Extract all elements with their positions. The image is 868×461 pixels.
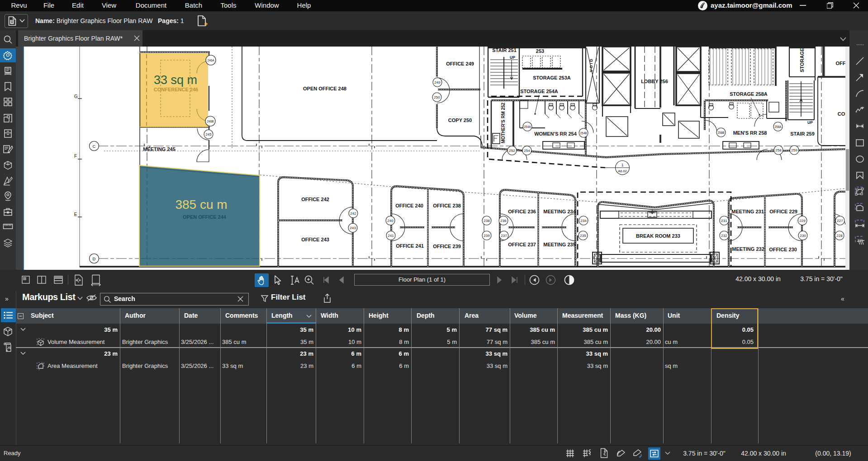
svg-text:252: 252 bbox=[509, 149, 515, 153]
svg-text:237: 237 bbox=[501, 234, 507, 238]
svg-text:OFFICE 238: OFFICE 238 bbox=[433, 203, 461, 208]
svg-text:STORAGE 253A: STORAGE 253A bbox=[533, 75, 571, 80]
svg-text:OFFICE 249: OFFICE 249 bbox=[446, 61, 474, 66]
svg-text:258A: 258A bbox=[774, 125, 782, 128]
svg-text:232: 232 bbox=[721, 234, 727, 238]
svg-text:33 sq m: 33 sq m bbox=[154, 73, 197, 87]
svg-text:V O I D: V O I D bbox=[589, 59, 593, 72]
svg-text:245: 245 bbox=[205, 132, 212, 136]
svg-text:D: D bbox=[9, 329, 11, 331]
svg-text:238: 238 bbox=[484, 219, 490, 223]
svg-text:A6.02: A6.02 bbox=[618, 169, 627, 173]
svg-text:OFFICE 229: OFFICE 229 bbox=[769, 209, 797, 214]
svg-text:MEETING 232: MEETING 232 bbox=[732, 246, 764, 252]
svg-text:OFFICE 230: OFFICE 230 bbox=[769, 247, 797, 252]
svg-text:OFFI: OFFI bbox=[835, 61, 845, 66]
svg-text:OFFICE 242: OFFICE 242 bbox=[301, 197, 329, 202]
svg-text:OFFICE 236: OFFICE 236 bbox=[508, 209, 536, 214]
svg-text:F: F bbox=[74, 154, 77, 159]
svg-text:OPEN OFFICE 248: OPEN OFFICE 248 bbox=[303, 86, 346, 91]
svg-text:C: C bbox=[93, 144, 96, 149]
svg-text:227: 227 bbox=[837, 219, 843, 223]
svg-text:UP: UP bbox=[807, 120, 813, 125]
svg-text:254: 254 bbox=[524, 149, 530, 153]
svg-text:STAIR 251: STAIR 251 bbox=[492, 47, 517, 53]
svg-text:243: 243 bbox=[350, 226, 356, 230]
svg-text:JS: JS bbox=[7, 346, 11, 349]
svg-text:231: 231 bbox=[721, 219, 727, 223]
svg-text:242: 242 bbox=[350, 212, 356, 216]
svg-text:MEETING 235: MEETING 235 bbox=[543, 242, 576, 247]
svg-text:258: 258 bbox=[775, 148, 782, 152]
svg-text:STORAGE: STORAGE bbox=[799, 48, 805, 72]
svg-text:230: 230 bbox=[800, 234, 806, 238]
svg-text:246B: 246B bbox=[207, 120, 213, 123]
svg-text:STORAGE 258A: STORAGE 258A bbox=[730, 91, 768, 97]
svg-text:229: 229 bbox=[799, 219, 806, 223]
svg-text:241: 241 bbox=[388, 234, 394, 238]
svg-text:MEETING 245: MEETING 245 bbox=[143, 146, 175, 152]
svg-text:MEETING 234: MEETING 234 bbox=[543, 209, 576, 214]
svg-text:228: 228 bbox=[836, 234, 843, 238]
svg-text:COPY 250: COPY 250 bbox=[448, 118, 472, 123]
svg-text:258B: 258B bbox=[717, 131, 724, 134]
svg-text:OFFICE 243: OFFICE 243 bbox=[301, 237, 329, 242]
svg-text:WOMEN'S RR 254: WOMEN'S RR 254 bbox=[534, 131, 577, 136]
svg-text:1: 1 bbox=[621, 163, 624, 167]
svg-text:236: 236 bbox=[500, 219, 507, 223]
svg-text:239: 239 bbox=[484, 234, 490, 238]
svg-text:LOBBY 256: LOBBY 256 bbox=[641, 79, 668, 84]
svg-text:MEETING 231: MEETING 231 bbox=[731, 209, 764, 214]
svg-text:249: 249 bbox=[434, 80, 441, 85]
svg-text:246A: 246A bbox=[207, 59, 214, 62]
svg-text:250: 250 bbox=[434, 95, 440, 99]
svg-text:G: G bbox=[74, 94, 78, 99]
svg-text:OPEN OFFICE 244: OPEN OFFICE 244 bbox=[183, 214, 227, 220]
svg-text:254A: 254A bbox=[524, 125, 531, 128]
svg-text:254B: 254B bbox=[580, 132, 587, 135]
svg-text:STORAGE 254A: STORAGE 254A bbox=[520, 89, 558, 94]
svg-text:BREAK ROOM 233: BREAK ROOM 233 bbox=[636, 233, 680, 239]
svg-text:OFFICE 239: OFFICE 239 bbox=[433, 244, 461, 249]
svg-text:OFFICE 240: OFFICE 240 bbox=[395, 203, 423, 208]
svg-text:MEN'S RR 258: MEN'S RR 258 bbox=[733, 130, 767, 136]
svg-text:CONFERENCE 246: CONFERENCE 246 bbox=[154, 87, 198, 92]
svg-text:COR: COR bbox=[838, 111, 845, 117]
svg-text:259: 259 bbox=[791, 148, 797, 152]
svg-text:235: 235 bbox=[580, 234, 586, 238]
svg-text:E: E bbox=[74, 212, 77, 217]
svg-text:234: 234 bbox=[580, 219, 587, 223]
svg-text:OFFICE 241: OFFICE 241 bbox=[396, 243, 424, 249]
svg-text:OFFICE 237: OFFICE 237 bbox=[508, 242, 536, 247]
svg-text:MOTHER'S RM 252: MOTHER'S RM 252 bbox=[501, 102, 506, 143]
svg-text:STAIR 259: STAIR 259 bbox=[790, 131, 815, 136]
svg-text:253: 253 bbox=[536, 48, 544, 54]
svg-text:D: D bbox=[93, 256, 96, 261]
svg-text:385 cu m: 385 cu m bbox=[175, 198, 227, 212]
svg-text:240: 240 bbox=[387, 219, 394, 223]
svg-text:UP: UP bbox=[510, 55, 515, 60]
